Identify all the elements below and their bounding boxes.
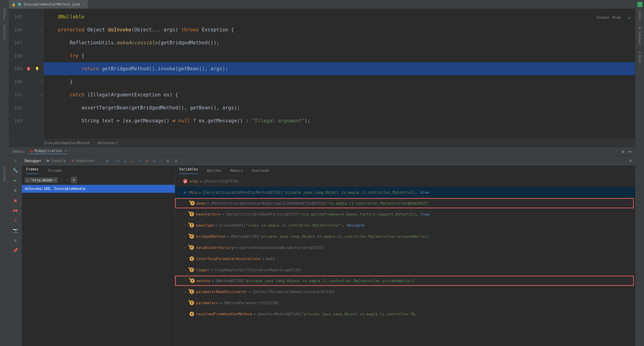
- minimize-icon[interactable]: —: [628, 148, 632, 154]
- file-tab[interactable]: 🔒 C InvocableHandlerMethod.java ×: [9, 0, 88, 8]
- view-link[interactable]: View: [420, 190, 429, 194]
- variable-row[interactable]: fbean={MyController$$EnhancerBySpringCGL…: [175, 198, 634, 208]
- wrench-icon[interactable]: 🔧: [13, 168, 18, 173]
- maven-tool[interactable]: m Maven: [638, 50, 642, 65]
- variable-row[interactable]: fbeanType={Class@5481} "class cn.eagle.l…: [175, 220, 635, 231]
- object-icon: ≡: [183, 190, 187, 194]
- variable-row[interactable]: finterfaceParameterAnnotations=null: [175, 253, 635, 264]
- field-icon: f: [190, 256, 194, 261]
- expand-icon[interactable]: [185, 279, 188, 282]
- variable-row[interactable]: ≡this={ServletInvocableHandlerMethod@722…: [175, 187, 635, 198]
- pin-icon[interactable]: 📌: [13, 248, 18, 253]
- structure-tool[interactable]: Structure: [3, 22, 6, 43]
- tab-frames[interactable]: Frames: [26, 167, 38, 174]
- field-icon: f: [190, 289, 194, 294]
- expand-icon[interactable]: [184, 268, 188, 272]
- expand-icon[interactable]: [184, 224, 188, 227]
- prev-frame-icon[interactable]: ↑: [61, 178, 63, 182]
- run-to-cursor-icon[interactable]: ⇥: [153, 158, 155, 163]
- breakpoints-icon[interactable]: ●●: [13, 208, 18, 213]
- fold-gutter: ⊟ ⊟ ⊟ ⊟: [40, 9, 44, 139]
- expand-icon[interactable]: [184, 235, 188, 238]
- variable-row[interactable]: fmethod={Method@7238} "private java.lang…: [175, 276, 634, 286]
- breadcrumb-class[interactable]: InvocableHandlerMethod: [44, 141, 90, 145]
- tab-watches[interactable]: Watches: [207, 168, 222, 173]
- field-icon: f: [190, 312, 194, 316]
- code-area[interactable]: Reader Mode ✔ @Nullable protected Object…: [44, 9, 635, 139]
- next-frame-icon[interactable]: ↓: [66, 178, 68, 182]
- fold-icon[interactable]: ⊟: [41, 93, 42, 96]
- step-out-icon[interactable]: ↑: [138, 158, 141, 163]
- variable-row[interactable]: fbeanFactory={DefaultListableBeanFactory…: [175, 208, 635, 220]
- tab-overhead[interactable]: Overhead: [252, 168, 268, 173]
- codota-tool[interactable]: Codota: [638, 8, 642, 22]
- dropdown-icon: ▼: [54, 178, 56, 182]
- fold-icon[interactable]: ⊟: [41, 54, 42, 57]
- bug-icon: 🐞: [29, 149, 33, 153]
- field-icon: f: [190, 300, 194, 305]
- expand-icon[interactable]: [184, 212, 188, 216]
- breakpoint-icon[interactable]: [27, 67, 30, 70]
- debug-left-toolbar: ↻ 🔧 ▶ ⏸ ■ ●● ⊘ 📷 ⚙ 📌: [9, 156, 22, 346]
- tab-variables[interactable]: Variables: [179, 167, 198, 174]
- camera-icon[interactable]: 📷: [13, 228, 18, 233]
- expand-icon[interactable]: [184, 312, 188, 316]
- rerun-icon[interactable]: ↻: [14, 158, 17, 163]
- drop-frame-icon[interactable]: ✕: [146, 158, 148, 163]
- tab-memory[interactable]: Memory: [230, 168, 243, 173]
- fold-icon[interactable]: ⊟: [41, 80, 42, 83]
- debug-tabs: Debugger Console ⋔Endpoints ≡ ⤻ ↓ ↓ ↑ ✕ …: [22, 156, 635, 166]
- field-icon: f: [190, 212, 194, 216]
- tab-debugger[interactable]: Debugger: [24, 159, 41, 163]
- tab-endpoints[interactable]: ⋔Endpoints: [71, 159, 94, 163]
- filter-icon[interactable]: ▼: [71, 177, 77, 184]
- variable-row[interactable]: flogger={LogAdapter$Slf4jLocationAwareLo…: [175, 264, 635, 276]
- field-icon: f: [190, 268, 194, 272]
- mute-breakpoints-icon[interactable]: ⊘: [14, 218, 17, 223]
- step-over-icon[interactable]: ⤻: [116, 158, 120, 163]
- evaluate-icon[interactable]: ⊞: [167, 158, 169, 163]
- favorites-tool[interactable]: Favorites: [3, 164, 6, 184]
- variable-row[interactable]: fdataBinderFactory={ServletRequestDataBi…: [175, 242, 635, 253]
- resume-icon[interactable]: ▶: [14, 178, 17, 183]
- bulb-icon[interactable]: 💡: [35, 67, 40, 71]
- inspections-icon[interactable]: ✔: [628, 11, 631, 24]
- field-icon: f: [190, 201, 195, 206]
- reader-mode-label[interactable]: Reader Mode: [597, 11, 621, 24]
- close-tab-icon[interactable]: ×: [83, 2, 85, 6]
- gutter-icons: 💡: [27, 9, 40, 139]
- variable-row[interactable]: fbridgedMethod={Method@7238} "private ja…: [175, 231, 635, 242]
- variable-row[interactable]: pargs={Object[0]@7229}: [175, 176, 635, 187]
- trace-icon[interactable]: ≣: [175, 158, 177, 163]
- stop-icon[interactable]: ■: [14, 198, 17, 203]
- database-tool[interactable]: 🗄 Database: [638, 25, 642, 47]
- variable-row[interactable]: fresolvedFromHandlerMethod={HandlerMetho…: [175, 308, 635, 320]
- breadcrumb-sep: ›: [93, 141, 95, 145]
- pause-icon[interactable]: ⏸: [13, 188, 18, 193]
- expand-icon[interactable]: [184, 290, 188, 293]
- project-tool[interactable]: Project: [3, 5, 6, 22]
- show-execution-icon[interactable]: ≡: [106, 158, 109, 163]
- breadcrumb[interactable]: InvocableHandlerMethod › doInvoke(): [9, 139, 635, 147]
- stack-frame[interactable]: doInvoke:189, InvocableHandle: [22, 185, 175, 193]
- breadcrumb-method[interactable]: doInvoke(): [98, 141, 118, 145]
- frames-panel: Frames Threads ✔ "http…NNING ▼ ↑ ↓ ▼: [22, 166, 175, 346]
- expand-icon[interactable]: [184, 246, 188, 249]
- settings-icon[interactable]: ⚙: [14, 238, 17, 243]
- tab-threads[interactable]: Threads: [47, 168, 62, 173]
- codota-icon[interactable]: [637, 2, 642, 7]
- view-link[interactable]: View: [421, 212, 430, 216]
- tab-console[interactable]: Console: [47, 159, 66, 163]
- thread-selector[interactable]: ✔ "http…NNING ▼: [24, 178, 58, 183]
- expand-icon[interactable]: [185, 202, 188, 205]
- view-link[interactable]: Navigate: [347, 223, 365, 228]
- debug-config-tab[interactable]: 🐞 MyApplication ×: [29, 149, 67, 154]
- variable-row[interactable]: fparameters={MethodParameter[0]@7239}: [175, 297, 635, 308]
- expand-icon[interactable]: [178, 191, 181, 194]
- force-step-into-icon[interactable]: ↓: [131, 158, 134, 163]
- fold-icon[interactable]: ⊟: [41, 28, 42, 31]
- variable-row[interactable]: fparameterNameDiscoverer={DefaultParamet…: [175, 286, 635, 297]
- step-into-icon[interactable]: ↓: [124, 158, 127, 163]
- layout-settings-icon[interactable]: ⊞: [629, 158, 632, 163]
- gear-icon[interactable]: ⚙: [622, 149, 624, 154]
